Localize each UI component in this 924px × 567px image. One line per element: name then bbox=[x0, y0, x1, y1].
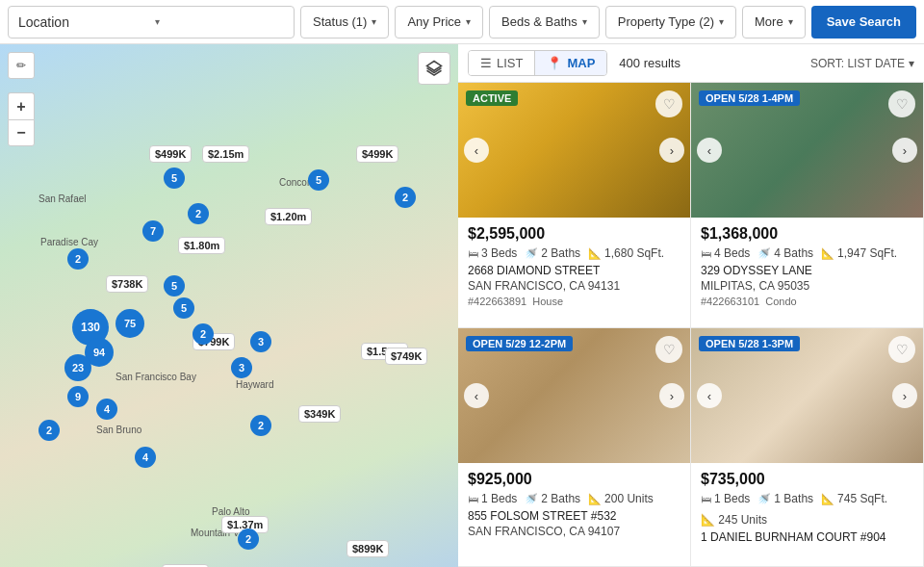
price-filter-button[interactable]: Any Price ▾ bbox=[395, 6, 483, 39]
listing-card[interactable]: ACTIVE ♡ ‹ › $2,595,000 🛏3 Beds 🚿2 Baths… bbox=[458, 83, 691, 328]
map-count-bubble[interactable]: 3 bbox=[250, 331, 271, 352]
baths-detail: 🚿2 Baths bbox=[525, 492, 580, 505]
map-count-bubble[interactable]: 5 bbox=[164, 275, 185, 296]
card-body: $925,000 🛏1 Beds 🚿2 Baths 📐200 Units 855… bbox=[458, 463, 690, 551]
map-count-bubble[interactable]: 2 bbox=[67, 248, 89, 270]
listing-card[interactable]: OPEN 5/29 12-2PM ♡ ‹ › $925,000 🛏1 Beds … bbox=[458, 328, 691, 567]
favorite-button[interactable]: ♡ bbox=[655, 336, 682, 363]
view-toggle: ☰ LIST 📍 MAP bbox=[468, 50, 607, 76]
map-price-bubble[interactable]: $499K bbox=[149, 145, 192, 163]
beds-detail: 🛏1 Beds bbox=[701, 492, 750, 505]
save-search-button[interactable]: Save Search bbox=[811, 6, 916, 39]
zoom-out-button[interactable]: − bbox=[8, 119, 35, 146]
results-bar: ☰ LIST 📍 MAP 400 results SORT: LIST DATE… bbox=[458, 44, 924, 83]
map-count-bubble[interactable]: 2 bbox=[250, 415, 271, 436]
prev-photo-button[interactable]: ‹ bbox=[464, 138, 489, 163]
beds-detail: 🛏1 Beds bbox=[468, 492, 517, 505]
map-count-bubble[interactable]: 4 bbox=[96, 399, 117, 420]
favorite-button[interactable]: ♡ bbox=[888, 90, 915, 117]
baths-icon: 🚿 bbox=[525, 493, 538, 505]
listing-address: 1 DANIEL BURNHAM COURT #904 bbox=[701, 530, 913, 544]
location-input[interactable]: Location ▾ bbox=[8, 6, 295, 39]
property-type-chevron-icon: ▾ bbox=[719, 16, 724, 27]
draw-tool-button[interactable]: ✏ bbox=[8, 52, 35, 79]
map-panel[interactable]: ✏ + − San RafaelParadise CayConcordHaywa… bbox=[0, 44, 458, 567]
map-count-bubble[interactable]: 2 bbox=[188, 203, 209, 224]
listing-details: 🛏1 Beds 🚿1 Baths 📐745 SqFt. 📐 245 Units bbox=[701, 492, 913, 527]
listing-card[interactable]: OPEN 5/28 1-4PM ♡ ‹ › $1,368,000 🛏4 Beds… bbox=[691, 83, 924, 328]
map-count-bubble[interactable]: 7 bbox=[142, 220, 164, 242]
map-count-bubble[interactable]: 5 bbox=[308, 169, 329, 191]
map-price-bubble[interactable]: $1.20m bbox=[265, 208, 312, 225]
baths-detail: 🚿1 Baths bbox=[757, 492, 813, 505]
listing-city: MILPITAS, CA 95035 bbox=[701, 279, 913, 293]
list-panel: ☰ LIST 📍 MAP 400 results SORT: LIST DATE… bbox=[458, 44, 924, 567]
map-label: San Francisco Bay bbox=[116, 372, 196, 382]
more-filter-button[interactable]: More ▾ bbox=[742, 6, 806, 39]
listing-badge: ACTIVE bbox=[466, 90, 518, 106]
map-label: Hayward bbox=[236, 379, 273, 390]
list-view-button[interactable]: ☰ LIST bbox=[469, 51, 534, 75]
listing-details: 🛏4 Beds 🚿4 Baths 📐1,947 SqFt. bbox=[701, 246, 913, 260]
baths-icon: 🚿 bbox=[757, 493, 771, 505]
map-view-button[interactable]: 📍 MAP bbox=[535, 51, 606, 75]
next-photo-button[interactable]: › bbox=[892, 383, 917, 408]
map-count-bubble[interactable]: 2 bbox=[192, 323, 214, 345]
main-layout: ✏ + − San RafaelParadise CayConcordHaywa… bbox=[0, 44, 924, 567]
listing-meta: #422663891 House bbox=[468, 296, 680, 307]
property-type-filter-button[interactable]: Property Type (2) ▾ bbox=[605, 6, 736, 39]
baths-icon: 🚿 bbox=[757, 247, 771, 260]
listing-details: 🛏1 Beds 🚿2 Baths 📐200 Units bbox=[468, 492, 680, 505]
sqft-icon: 📐 bbox=[821, 247, 834, 260]
beds-icon: 🛏 bbox=[701, 493, 711, 504]
sqft-detail: 📐200 Units bbox=[588, 492, 654, 505]
baths-detail: 🚿2 Baths bbox=[525, 246, 580, 260]
listing-details: 🛏3 Beds 🚿2 Baths 📐1,680 SqFt. bbox=[468, 246, 680, 260]
map-price-bubble[interactable]: $899K bbox=[346, 540, 389, 557]
beds-baths-filter-button[interactable]: Beds & Baths ▾ bbox=[489, 6, 600, 39]
favorite-button[interactable]: ♡ bbox=[655, 90, 682, 117]
listing-meta: #422663101 Condo bbox=[701, 296, 913, 307]
baths-detail: 🚿4 Baths bbox=[757, 246, 813, 260]
next-photo-button[interactable]: › bbox=[892, 138, 917, 163]
listing-price: $1,368,000 bbox=[701, 225, 913, 243]
more-chevron-icon: ▾ bbox=[788, 16, 793, 27]
sqft-icon: 📐 bbox=[821, 493, 834, 505]
sqft-detail: 📐745 SqFt. bbox=[821, 492, 887, 505]
zoom-in-button[interactable]: + bbox=[8, 92, 35, 119]
map-price-bubble[interactable]: $749K bbox=[385, 348, 427, 365]
map-layers-button[interactable] bbox=[418, 52, 450, 85]
map-price-bubble[interactable]: $738K bbox=[106, 275, 148, 293]
sqft-detail: 📐1,947 SqFt. bbox=[821, 246, 897, 260]
favorite-button[interactable]: ♡ bbox=[888, 336, 915, 363]
next-photo-button[interactable]: › bbox=[659, 138, 684, 163]
location-chevron-icon: ▾ bbox=[155, 16, 284, 27]
beds-icon: 🛏 bbox=[468, 247, 478, 259]
map-price-bubble[interactable]: $349K bbox=[298, 405, 341, 423]
extra-detail: 📐 245 Units bbox=[701, 513, 767, 527]
prev-photo-button[interactable]: ‹ bbox=[697, 383, 722, 408]
map-count-bubble[interactable]: 3 bbox=[231, 357, 252, 378]
listing-price: $925,000 bbox=[468, 471, 680, 488]
prev-photo-button[interactable]: ‹ bbox=[697, 138, 722, 163]
listing-address: 329 ODYSSEY LANE bbox=[701, 264, 913, 277]
map-count-bubble[interactable]: 2 bbox=[395, 187, 416, 208]
map-price-bubble[interactable]: $2.15m bbox=[202, 145, 249, 163]
map-count-bubble[interactable]: 23 bbox=[64, 354, 91, 381]
map-count-bubble[interactable]: 75 bbox=[116, 309, 144, 338]
beds-detail: 🛏3 Beds bbox=[468, 246, 517, 260]
map-count-bubble[interactable]: 9 bbox=[67, 386, 89, 407]
price-chevron-icon: ▾ bbox=[466, 16, 471, 27]
sort-button[interactable]: SORT: LIST DATE ▾ bbox=[810, 57, 914, 70]
map-price-bubble[interactable]: $1.80m bbox=[178, 237, 225, 254]
map-count-bubble[interactable]: 2 bbox=[238, 528, 259, 550]
map-count-bubble[interactable]: 4 bbox=[135, 447, 156, 468]
prev-photo-button[interactable]: ‹ bbox=[464, 383, 489, 408]
status-filter-button[interactable]: Status (1) ▾ bbox=[300, 6, 389, 39]
listing-card[interactable]: OPEN 5/28 1-3PM ♡ ‹ › $735,000 🛏1 Beds 🚿… bbox=[691, 328, 924, 567]
map-price-bubble[interactable]: $499K bbox=[356, 145, 398, 163]
map-count-bubble[interactable]: 2 bbox=[38, 420, 60, 441]
map-count-bubble[interactable]: 5 bbox=[164, 168, 185, 189]
map-count-bubble[interactable]: 5 bbox=[173, 297, 194, 319]
next-photo-button[interactable]: › bbox=[659, 383, 684, 408]
